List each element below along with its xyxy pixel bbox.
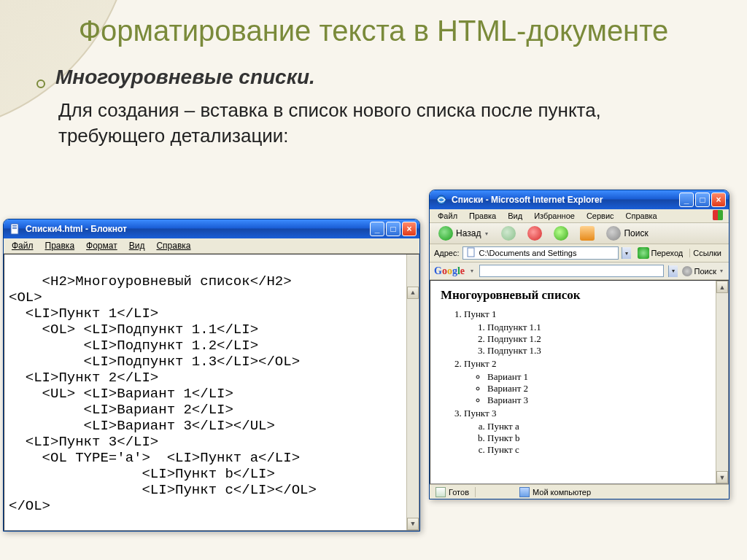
status-mycomputer-text: Мой компьютер [533, 488, 591, 497]
nav-back-label: Назад [456, 228, 481, 238]
scroll-up-icon[interactable]: ▲ [407, 287, 419, 299]
ie-titlebar[interactable]: Списки - Microsoft Internet Explorer _ □… [430, 190, 729, 209]
nav-back-button[interactable]: Назад ▾ [434, 225, 494, 242]
list-item: Пункт 2 [464, 358, 719, 370]
forward-arrow-icon [501, 226, 516, 241]
windows-flag-icon [710, 211, 726, 221]
google-dropdown-icon[interactable]: ▾ [668, 265, 678, 277]
list-item: Подпункт 1.3 [487, 345, 719, 357]
nav-forward-button[interactable] [497, 225, 520, 242]
computer-icon [519, 487, 530, 497]
svg-rect-3 [12, 228, 17, 229]
google-search-label: Поиск [694, 267, 716, 276]
nav-refresh-button[interactable] [549, 225, 573, 242]
menu-view[interactable]: Вид [124, 240, 150, 252]
links-label[interactable]: Ссылки [689, 249, 724, 257]
notepad-menubar: Файл Правка Формат Вид Справка [4, 238, 419, 254]
minimize-button[interactable]: _ [370, 222, 384, 236]
svg-rect-1 [12, 225, 17, 226]
ie-scroll-down-icon[interactable]: ▼ [716, 471, 728, 483]
ie-menu-edit[interactable]: Правка [464, 211, 501, 221]
address-dropdown-icon[interactable]: ▾ [622, 247, 631, 259]
body-paragraph: Для создания – вставка в список нового с… [0, 92, 747, 149]
menu-edit-text: Правка [45, 241, 75, 251]
list-item: Пункт 3 [464, 408, 719, 419]
nav-search-label: Поиск [624, 228, 648, 238]
refresh-icon [554, 226, 568, 241]
menu-edit[interactable]: Правка [40, 240, 80, 252]
go-button[interactable]: Переход [634, 246, 687, 260]
menu-format-text: Формат [86, 241, 117, 251]
menu-help-text: Справка [156, 241, 190, 251]
list-item: Пункт c [487, 444, 719, 456]
go-arrow-icon [638, 247, 649, 259]
google-menu-caret-icon[interactable]: ▾ [469, 268, 475, 274]
svg-rect-5 [468, 248, 474, 257]
list-item: Вариант 2 [487, 383, 719, 394]
menu-file-text: Файл [12, 241, 34, 251]
home-icon [580, 226, 595, 241]
ie-window: Списки - Microsoft Internet Explorer _ □… [429, 190, 729, 499]
menu-view-text: Вид [129, 241, 145, 251]
ie-viewport[interactable]: Многоуровневый список Пункт 1 Подпункт 1… [430, 280, 729, 484]
ie-statusbar: Готов Мой компьютер [430, 484, 729, 499]
list-item: Подпункт 1.2 [487, 333, 719, 345]
ie-menu-view[interactable]: Вид [503, 211, 527, 221]
ie-menu-file[interactable]: Файл [433, 211, 462, 221]
ie-menu-help[interactable]: Справка [621, 211, 662, 221]
ie-scrollbar-vertical[interactable]: ▲ ▼ [716, 281, 728, 483]
close-button[interactable]: × [402, 222, 417, 236]
magnifier-icon [606, 226, 621, 241]
bullet-ring-icon [36, 79, 45, 88]
ie-address-bar: Адрес: C:\Documents and Settings ▾ Перех… [430, 244, 729, 262]
ie-minimize-button[interactable]: _ [679, 192, 694, 207]
ie-menubar: Файл Правка Вид Избранное Сервис Справка [430, 209, 729, 223]
nav-search-button[interactable]: Поиск [602, 225, 652, 242]
bullet-item: Многоуровневые списки. [0, 55, 747, 92]
rendered-heading: Многоуровневый список [441, 288, 719, 303]
list-item: Пункт 1 [464, 308, 719, 320]
scrollbar-vertical[interactable]: ▲ ▼ [406, 254, 419, 530]
ie-maximize-button[interactable]: □ [695, 192, 710, 207]
list-item: Вариант 1 [487, 371, 719, 383]
list-item: Пункт a [487, 421, 719, 432]
notepad-titlebar[interactable]: Списки4.html - Блокнот _ □ × [4, 219, 419, 238]
google-search-button[interactable]: Поиск ▾ [682, 266, 724, 276]
list-item: Подпункт 1.1 [487, 322, 719, 333]
page-icon [466, 247, 476, 259]
go-label: Переход [651, 249, 684, 257]
address-label: Адрес: [434, 249, 460, 257]
address-value: C:\Documents and Settings [479, 249, 577, 257]
google-logo[interactable]: Google [434, 265, 465, 277]
maximize-button[interactable]: □ [386, 222, 400, 236]
nav-home-button[interactable] [576, 225, 599, 242]
ie-close-button[interactable]: × [711, 192, 726, 207]
ie-scroll-up-icon[interactable]: ▲ [716, 281, 728, 293]
menu-file[interactable]: Файл [7, 240, 39, 252]
list-item: Вариант 3 [487, 394, 719, 406]
menu-help[interactable]: Справка [151, 240, 196, 252]
notepad-code: <H2>Многоуровневый список</H2> <OL> <LI>… [9, 273, 317, 514]
google-magnifier-icon [682, 266, 692, 276]
stop-icon [527, 226, 542, 241]
address-input[interactable]: C:\Documents and Settings [462, 246, 619, 260]
ie-menu-fav[interactable]: Избранное [529, 211, 580, 221]
google-search-input[interactable] [479, 265, 664, 277]
slide-title: Форматирование текста в HTML-документе [0, 0, 747, 55]
notepad-window: Списки4.html - Блокнот _ □ × Файл Правка… [3, 219, 420, 532]
status-ready-text: Готов [449, 488, 469, 497]
rendered-sub-ol-alpha: Пункт a Пункт b Пункт c [477, 421, 719, 456]
status-mycomputer-cell: Мой компьютер [476, 487, 729, 497]
rendered-ol: Пункт 1 Подпункт 1.1 Подпункт 1.2 Подпун… [454, 308, 719, 456]
status-ready-cell: Готов [430, 487, 476, 497]
menu-format[interactable]: Формат [81, 240, 123, 252]
ie-nav-toolbar: Назад ▾ Поиск [430, 223, 729, 244]
notepad-title-text: Списки4.html - Блокнот [26, 224, 368, 234]
svg-rect-2 [12, 227, 17, 228]
google-search-caret-icon: ▾ [719, 268, 724, 274]
list-item: Пункт b [487, 432, 719, 444]
notepad-textarea[interactable]: <H2>Многоуровневый список</H2> <OL> <LI>… [4, 254, 419, 531]
nav-stop-button[interactable] [523, 225, 546, 242]
ie-menu-tools[interactable]: Сервис [581, 211, 619, 221]
scroll-down-icon[interactable]: ▼ [407, 518, 419, 530]
